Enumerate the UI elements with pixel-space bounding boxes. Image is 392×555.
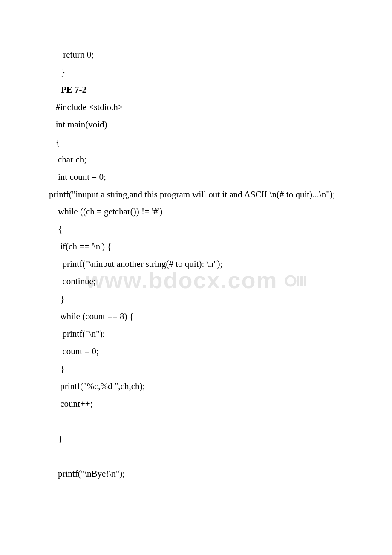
code-line: } <box>49 360 343 378</box>
code-line: while ((ch = getchar()) != '#') <box>49 203 343 220</box>
code-line: if(ch == '\n') { <box>49 238 343 255</box>
code-line: PE 7-2 <box>49 81 343 98</box>
code-line: } <box>49 430 343 448</box>
code-document: return 0;}PE 7-2 #include <stdio.h> int … <box>49 46 343 482</box>
code-line <box>49 448 343 465</box>
code-line: count = 0; <box>49 343 343 360</box>
code-line: int count = 0; <box>49 168 343 186</box>
code-line <box>49 413 343 430</box>
code-line: printf("inuput a string,and this program… <box>49 186 343 203</box>
code-line: { <box>49 220 343 238</box>
code-line: continue; <box>49 273 343 290</box>
code-line: while (count == 8) { <box>49 308 343 325</box>
code-line: count++; <box>49 395 343 413</box>
code-line: int main(void) <box>49 116 343 133</box>
code-line: } <box>49 290 343 308</box>
code-line: char ch; <box>49 151 343 168</box>
code-line: printf("%c,%d ",ch,ch); <box>49 378 343 395</box>
code-line: printf("\nBye!\n"); <box>49 465 343 483</box>
code-line: } <box>49 64 343 81</box>
code-line: #include <stdio.h> <box>49 98 343 116</box>
code-line: printf("\ninput another string(# to quit… <box>49 255 343 273</box>
code-line: return 0; <box>49 46 343 64</box>
code-line: printf("\n"); <box>49 325 343 343</box>
code-line: { <box>49 133 343 151</box>
